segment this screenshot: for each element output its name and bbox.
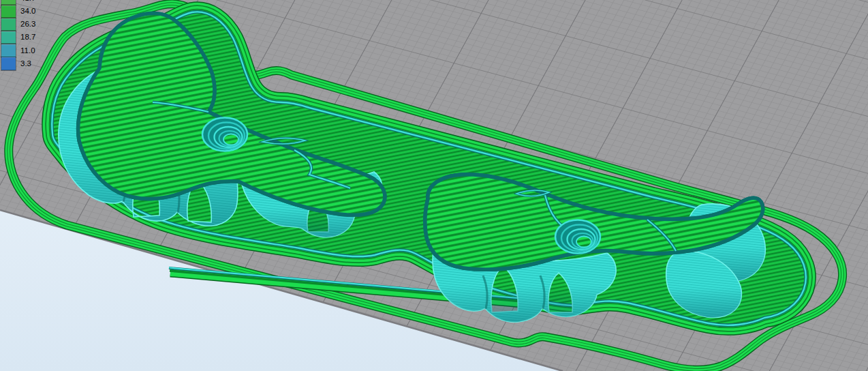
legend-color-swatch (1, 5, 16, 18)
legend-row: 26.3 (1, 18, 35, 31)
legend-row: 11.0 (1, 44, 35, 57)
legend-value-label: 34.0 (20, 8, 35, 16)
legend-color-swatch (1, 0, 16, 5)
legend-row: 34.0 (1, 5, 35, 18)
legend-color-swatch (1, 31, 16, 44)
toolpath-preview-scene (0, 0, 868, 371)
legend-row: 18.7 (1, 31, 35, 44)
legend-row: 3.3 (1, 57, 35, 70)
legend-value-label: 18.7 (20, 33, 35, 42)
legend-value-label: 11.0 (20, 47, 35, 55)
legend-value-label: 3.3 (20, 60, 31, 68)
legend-row: 41.7 (1, 0, 35, 5)
part-right-counterbore-hole (555, 220, 600, 254)
part-left-counterbore-hole (202, 118, 247, 151)
legend-color-swatch (1, 18, 16, 31)
legend-color-swatch (1, 44, 16, 57)
slicer-3d-viewport[interactable]: 41.734.026.318.711.03.3 (0, 0, 868, 371)
legend-value-label: 41.7 (20, 0, 35, 2)
legend-color-swatch (1, 57, 16, 70)
legend-value-label: 26.3 (20, 20, 35, 29)
speed-color-scale-legend: 41.734.026.318.711.03.3 (1, 0, 35, 70)
